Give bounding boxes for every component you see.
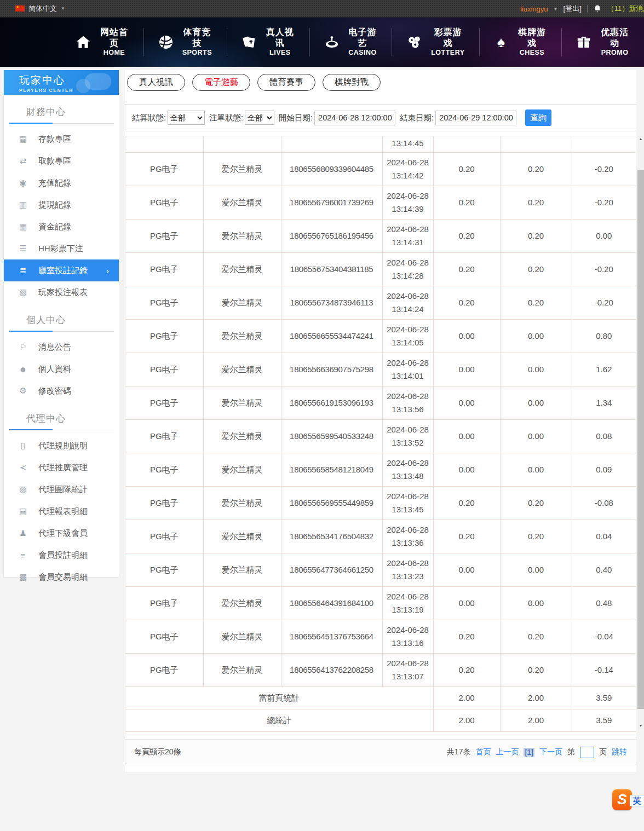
sidebar: 玩家中心 PLAYERS CENTER 財務中心 ▤ 存款專區 ⇄ 取款專區 ◉… — [3, 70, 119, 578]
sidebar-item[interactable]: ⇄ 取款專區 — [4, 150, 119, 172]
table-row: PG电子 爱尔兰精灵 1806556477364661250 2024-06-2… — [125, 553, 636, 586]
order-number-cell: 1806556734873946113 — [281, 286, 382, 319]
platform-cell: PG电子 — [125, 186, 203, 219]
sidebar-item[interactable]: ▨ 代理團隊統計 — [4, 478, 119, 500]
platform-cell: PG电子 — [125, 386, 203, 419]
section-title-finance: 財務中心 — [4, 95, 119, 123]
sidebar-item-label: 修改密碼 — [38, 386, 71, 396]
scroll-up-arrow-icon[interactable]: ▲ — [637, 136, 644, 142]
scrollbar-thumb[interactable] — [637, 170, 644, 709]
table-row: PG电子 爱尔兰精灵 1806556585481218049 2024-06-2… — [125, 453, 636, 486]
end-date-label: 結束日期: — [400, 113, 434, 123]
vertical-scrollbar[interactable]: ▲ ▼ — [637, 136, 644, 729]
sidebar-item[interactable]: ≣ 廳室投註記錄 › — [4, 259, 119, 281]
nav-item-lottery[interactable]: 彩票游戏 LOTTERY — [392, 27, 479, 57]
first-page-link[interactable]: 首页 — [475, 747, 491, 757]
search-button[interactable]: 查詢 — [525, 109, 551, 126]
sidebar-item[interactable]: ≺ 代理推廣管理 — [4, 457, 119, 478]
nav-item-casino[interactable]: 电子游艺 CASINO — [310, 27, 392, 57]
platform-cell: PG电子 — [125, 553, 203, 586]
end-date-input[interactable] — [435, 111, 516, 125]
settle-status-select[interactable]: 全部 — [168, 111, 205, 125]
bell-icon[interactable] — [593, 4, 602, 13]
platform-cell: PG电子 — [125, 653, 203, 686]
tab-live-video[interactable]: 真人視訊 — [127, 74, 185, 91]
scroll-down-arrow-icon[interactable]: ▼ — [637, 723, 644, 729]
bet-amount-cell: 0.00 — [433, 386, 500, 419]
ime-widget[interactable]: S 英 — [612, 789, 644, 811]
tab-chess-battle[interactable]: 棋牌對戰 — [323, 74, 381, 91]
sidebar-item[interactable]: ⚙ 修改密碼 — [4, 380, 119, 402]
language-switcher[interactable]: 简体中文 ▼ — [0, 4, 65, 14]
nav-item-lives[interactable]: 真人视讯 LIVES — [227, 27, 309, 57]
sogou-ime-icon[interactable]: S — [612, 789, 632, 810]
username[interactable]: liuxingyu — [520, 5, 548, 13]
total-summary-valid: 2.00 — [500, 709, 572, 731]
sidebar-item[interactable]: ▦ 資金記錄 — [4, 216, 119, 238]
sidebar-item[interactable]: ⚐ 消息公告 — [4, 336, 119, 358]
nav-item-promo[interactable]: 优惠活动 PROMO — [562, 27, 644, 57]
sidebar-item[interactable]: ▩ 會員交易明細 — [4, 566, 119, 588]
bet-time: 13:13:56 — [383, 403, 433, 415]
chevron-down-icon[interactable]: ▼ — [554, 7, 558, 11]
page-summary-label: 當前頁統計 — [125, 686, 433, 709]
order-status-select[interactable]: 全部 — [245, 111, 274, 125]
sidebar-item[interactable]: ☰ HH彩票下注 — [4, 238, 119, 259]
ime-mode-indicator[interactable]: 英 — [630, 795, 644, 806]
valid-bet-cell: 0.00 — [500, 419, 572, 453]
sidebar-item[interactable]: ▤ 代理報表明細 — [4, 500, 119, 522]
table-row: PG电子 爱尔兰精灵 1806556734873946113 2024-06-2… — [125, 286, 636, 319]
bet-amount-cell: 0.00 — [433, 586, 500, 620]
start-date-input[interactable] — [314, 111, 395, 125]
valid-bet-cell: 0.00 — [500, 453, 572, 486]
winloss-cell: 1.62 — [572, 353, 636, 386]
bet-date: 2024-06-28 — [383, 189, 433, 202]
bet-records-table-container: 13:14:45 PG电子 爱尔兰精灵 1806556809339604485 … — [125, 136, 636, 736]
bet-time-cell: 2024-06-28 13:13:19 — [382, 586, 433, 620]
tab-sports-events[interactable]: 體育賽事 — [257, 74, 315, 91]
next-page-link[interactable]: 下一页 — [539, 747, 562, 757]
total-summary-row: 總統計 2.00 2.00 3.59 — [125, 709, 636, 731]
nav-item-chess[interactable]: ♠ 棋牌游戏 CHESS — [480, 27, 562, 57]
prev-page-link[interactable]: 上一页 — [496, 747, 519, 757]
bet-time-cell: 2024-06-28 13:13:48 — [382, 453, 433, 486]
platform-cell: PG电子 — [125, 453, 203, 486]
sidebar-item[interactable]: ▧ 玩家投注報表 — [4, 281, 119, 303]
sidebar-item[interactable]: ≡ 會員投註明細 — [4, 544, 119, 566]
logout-link[interactable]: [登出] — [564, 4, 582, 14]
sidebar-item[interactable]: ◉ 充值記錄 — [4, 172, 119, 194]
bet-time-cell: 13:14:45 — [382, 136, 433, 152]
sidebar-item[interactable]: ▤ 存款專區 — [4, 128, 119, 150]
tab-electronic-games[interactable]: 電子遊藝 — [192, 74, 250, 91]
valid-bet-cell: 0.20 — [500, 620, 572, 653]
order-number-cell: 1806556636907575298 — [281, 353, 382, 386]
winloss-cell: -0.14 — [572, 653, 636, 686]
new-messages-badge[interactable]: （11）新消息 — [607, 4, 644, 14]
sidebar-item-icon: ◉ — [18, 178, 28, 188]
winloss-cell: -0.04 — [572, 620, 636, 653]
nav-label-en: CHESS — [516, 49, 548, 57]
sidebar-item[interactable]: ♟ 代理下級會員 — [4, 522, 119, 544]
table-row: PG电子 爱尔兰精灵 1806556655534474241 2024-06-2… — [125, 319, 636, 353]
bet-date: 2024-06-28 — [383, 657, 433, 670]
sidebar-item[interactable]: ▯ 代理規則說明 — [4, 435, 119, 457]
sidebar-item-label: 廳室投註記錄 — [38, 266, 88, 276]
nav-label-zh: 电子游艺 — [347, 27, 378, 49]
platform-cell: PG电子 — [125, 620, 203, 653]
sidebar-item-label: 個人資料 — [38, 364, 71, 374]
total-summary-bet: 2.00 — [433, 709, 500, 731]
nav-item-sports[interactable]: 体育竞技 SPORTS — [144, 27, 227, 57]
topbar-account: liuxingyu ▼ [登出] （11）新消息 — [520, 0, 644, 18]
nav-item-home[interactable]: 网站首页 HOME — [61, 27, 143, 57]
game-cell: 爱尔兰精灵 — [203, 453, 281, 486]
valid-bet-cell: 0.00 — [500, 386, 572, 419]
page-summary-valid: 2.00 — [500, 686, 572, 709]
sidebar-item[interactable]: ☻ 個人資料 — [4, 358, 119, 380]
bet-time-cell: 2024-06-28 13:14:05 — [382, 319, 433, 353]
nav-label-en: CASINO — [347, 49, 378, 57]
jump-button[interactable]: 跳转 — [612, 747, 627, 757]
page-jump-input[interactable] — [580, 747, 594, 758]
sidebar-item[interactable]: ▥ 提現記錄 — [4, 194, 119, 216]
current-page-indicator[interactable]: [1] — [524, 748, 534, 757]
order-number-cell: 1806556655534474241 — [281, 319, 382, 353]
